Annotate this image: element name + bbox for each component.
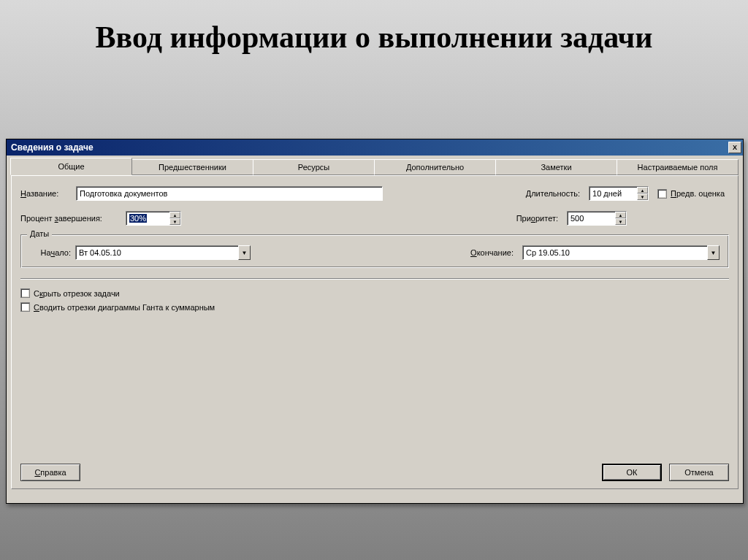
ok-button[interactable]: ОК [602, 464, 662, 481]
tab-panel-general: Название: Длительность: ▲ ▼ Предв. оценк… [11, 175, 739, 489]
duration-label: Длительность: [526, 189, 580, 198]
tab-predecessors[interactable]: Предшественники [131, 159, 253, 175]
tab-notes[interactable]: Заметки [495, 159, 617, 175]
cancel-button[interactable]: Отмена [669, 464, 729, 481]
rollup-checkbox[interactable] [20, 302, 30, 312]
dates-legend: Даты [27, 229, 52, 238]
dates-groupbox: Даты Начало: ▼ Окончание: ▼ [20, 234, 729, 268]
duration-spinner[interactable]: ▲ ▼ [589, 186, 649, 201]
divider [20, 278, 729, 280]
close-button[interactable]: X [728, 142, 741, 153]
name-label: Название: [20, 189, 72, 198]
help-button[interactable]: Справка [20, 464, 80, 481]
duration-spin-down-icon[interactable]: ▼ [637, 193, 648, 200]
button-row: Справка ОК Отмена [20, 464, 729, 481]
duration-spin-up-icon[interactable]: ▲ [637, 187, 648, 193]
hide-bar-checkbox[interactable] [20, 288, 30, 298]
start-date-combo[interactable]: ▼ [75, 245, 251, 260]
percent-complete-spinner[interactable]: 30% ▲ ▼ [126, 211, 181, 226]
percent-spin-up-icon[interactable]: ▲ [169, 212, 180, 218]
percent-spin-down-icon[interactable]: ▼ [169, 218, 180, 225]
tab-custom-fields[interactable]: Настраиваемые поля [617, 159, 739, 175]
titlebar: Сведения о задаче X [7, 139, 743, 156]
start-date-dropdown-icon[interactable]: ▼ [238, 245, 251, 260]
tab-advanced[interactable]: Дополнительно [374, 159, 496, 175]
finish-date-combo[interactable]: ▼ [522, 245, 720, 260]
rollup-label: Сводить отрезки диаграммы Ганта к суммар… [34, 303, 215, 312]
start-date-input[interactable] [75, 245, 238, 260]
percent-complete-label: Процент завершения: [20, 214, 121, 223]
priority-spin-up-icon[interactable]: ▲ [615, 212, 626, 218]
name-input[interactable] [76, 186, 383, 201]
priority-label: Приоритет: [516, 214, 558, 223]
dialog-window: Сведения о задаче X Общие Предшественник… [6, 139, 744, 504]
window-title: Сведения о задаче [11, 142, 94, 153]
finish-date-input[interactable] [522, 245, 707, 260]
priority-spin-down-icon[interactable]: ▼ [615, 218, 626, 225]
estimated-checkbox[interactable] [657, 189, 667, 199]
duration-input[interactable] [589, 186, 637, 201]
percent-complete-input[interactable]: 30% [126, 211, 169, 226]
priority-input[interactable] [567, 211, 615, 226]
priority-spinner[interactable]: ▲ ▼ [567, 211, 627, 226]
start-label: Начало: [30, 248, 71, 257]
finish-label: Окончание: [470, 248, 514, 257]
slide-title: Ввод информации о выполнении задачи [29, 20, 719, 54]
estimated-label: Предв. оценка [671, 189, 725, 198]
tab-strip: Общие Предшественники Ресурсы Дополнител… [11, 159, 739, 175]
finish-date-dropdown-icon[interactable]: ▼ [707, 245, 720, 260]
tab-resources[interactable]: Ресурсы [253, 159, 375, 175]
hide-bar-label: Скрыть отрезок задачи [34, 289, 120, 298]
tab-general[interactable]: Общие [10, 158, 132, 175]
